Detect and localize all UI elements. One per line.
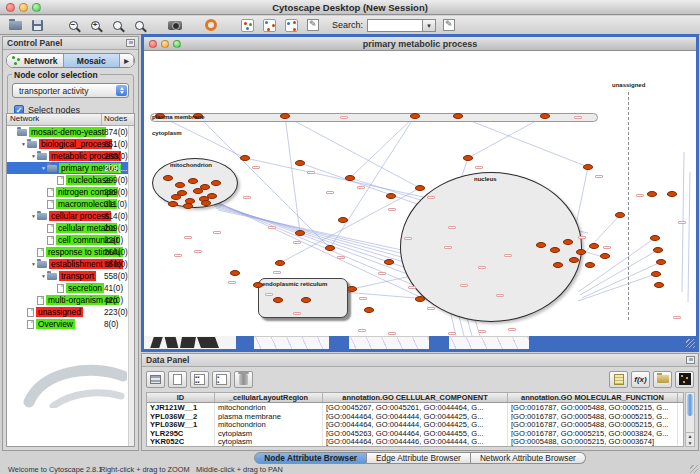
graph-node[interactable] xyxy=(563,239,573,245)
tree-scrollbar[interactable] xyxy=(128,126,134,446)
column-header[interactable]: annotation.GO MOLECULAR_FUNCTION xyxy=(508,393,678,402)
graph-node[interactable] xyxy=(193,188,203,194)
network-name[interactable]: secretion xyxy=(66,283,104,293)
tree-row[interactable]: mosaic-demo-yeast874(0) xyxy=(7,126,134,138)
tab-network[interactable]: Network xyxy=(7,54,64,67)
expander-icon[interactable]: ▼ xyxy=(30,213,37,219)
zoom-selected-button[interactable] xyxy=(130,17,148,33)
save-session-button[interactable] xyxy=(28,17,46,33)
search-options-button[interactable] xyxy=(440,17,458,33)
graph-node[interactable] xyxy=(650,235,660,241)
network-name[interactable]: transport xyxy=(59,271,96,281)
tree-row[interactable]: ▼cellular process614(0) xyxy=(7,210,134,222)
graph-node[interactable] xyxy=(240,155,250,161)
import-attributes-button[interactable] xyxy=(653,371,672,388)
graph-node[interactable] xyxy=(325,245,335,251)
snapshot-button[interactable] xyxy=(166,17,184,33)
network-name[interactable]: biological_process xyxy=(39,139,112,149)
graph-node[interactable] xyxy=(569,257,579,263)
tab-edge-attribute-browser[interactable]: Edge Attribute Browser xyxy=(367,452,471,464)
graph-node[interactable] xyxy=(553,262,563,268)
graph-node[interactable] xyxy=(188,178,198,184)
graph-node[interactable] xyxy=(415,185,425,191)
help-button[interactable] xyxy=(202,17,220,33)
expander-icon[interactable]: ▼ xyxy=(30,153,37,159)
network-name[interactable]: cellular process xyxy=(49,211,111,221)
graph-node[interactable] xyxy=(168,201,178,207)
graph-node[interactable] xyxy=(667,191,677,197)
layout-tool-a-button[interactable] xyxy=(260,17,278,33)
graph-node[interactable] xyxy=(211,180,221,186)
graph-node[interactable] xyxy=(410,113,420,119)
expander-icon[interactable]: ▼ xyxy=(20,141,27,147)
column-header[interactable]: annotation.GO CELLULAR_COMPONENT xyxy=(323,393,508,402)
graph-node[interactable] xyxy=(364,307,374,313)
graph-node[interactable] xyxy=(600,253,610,259)
tab-mosaic[interactable]: Mosaic xyxy=(64,54,121,67)
tree-header-nodes[interactable]: Nodes xyxy=(102,114,134,125)
graph-node[interactable] xyxy=(230,270,240,276)
table-row[interactable]: YJR121W__1mitochondrion[GO:0045267, GO:0… xyxy=(147,403,683,412)
function-builder-button[interactable]: f(x) xyxy=(631,371,650,388)
tree-row[interactable]: ▼metabolic process280(0) xyxy=(7,150,134,162)
tab-network-attribute-browser[interactable]: Network Attribute Browser xyxy=(471,452,586,464)
tree-row[interactable]: Overview8(0) xyxy=(7,318,134,330)
tree-row[interactable]: nucleobase-209(0) xyxy=(7,174,134,186)
tree-row[interactable]: unassigned223(0) xyxy=(7,306,134,318)
column-header[interactable]: ID xyxy=(147,393,215,402)
search-input[interactable] xyxy=(367,19,423,32)
expander-icon[interactable]: ▼ xyxy=(40,273,47,279)
float-panel-icon[interactable] xyxy=(686,356,695,364)
tree-row[interactable]: macromolecule311(0) xyxy=(7,198,134,210)
tab-node-attribute-browser[interactable]: Node Attribute Browser xyxy=(254,452,367,464)
graph-node[interactable] xyxy=(295,160,305,166)
graph-node[interactable] xyxy=(463,155,473,161)
matrix-view-button[interactable] xyxy=(675,371,694,388)
graph-node[interactable] xyxy=(386,193,396,199)
tree-row[interactable]: ▼primary metabo209(... xyxy=(7,162,134,174)
graph-node[interactable] xyxy=(345,175,355,181)
column-header[interactable]: _cellularLayoutRegion xyxy=(215,393,323,402)
zoom-fit-button[interactable] xyxy=(108,17,126,33)
table-row[interactable]: YDR039C__1mitochondrion[GO:0044464, GO:0… xyxy=(147,446,683,447)
tree-row[interactable]: response to stimulu264(0) xyxy=(7,246,134,258)
unselect-attributes-button[interactable]: ▪▪ xyxy=(212,371,231,388)
color-attribute-select[interactable]: transporter activity xyxy=(12,83,129,98)
attribute-table-button[interactable] xyxy=(146,371,165,388)
graph-node[interactable] xyxy=(275,260,285,266)
zoom-in-button[interactable]: + xyxy=(86,17,104,33)
tab-overflow-button[interactable]: ▶ xyxy=(120,54,134,67)
graph-node[interactable] xyxy=(651,271,661,277)
graph-node[interactable] xyxy=(384,259,394,265)
graph-node[interactable] xyxy=(585,262,595,268)
graph-node[interactable] xyxy=(175,182,185,188)
graph-node[interactable] xyxy=(183,203,193,209)
graph-node[interactable] xyxy=(589,243,599,249)
tree-row[interactable]: cellular metabo209(0) xyxy=(7,222,134,234)
vizmapper-button[interactable] xyxy=(238,17,256,33)
graph-node[interactable] xyxy=(540,113,550,119)
resize-grip-icon[interactable] xyxy=(686,339,695,348)
graph-node[interactable] xyxy=(347,286,357,292)
tree-header-network[interactable]: Network xyxy=(7,114,102,125)
table-row[interactable]: YKR052Ccytoplasm[GO:0044464, GO:0044446,… xyxy=(147,437,683,446)
graph-node[interactable] xyxy=(338,217,348,223)
graph-node[interactable] xyxy=(207,193,217,199)
tree-row[interactable]: cell communicat22(0) xyxy=(7,234,134,246)
graph-node[interactable] xyxy=(654,282,664,288)
graph-node[interactable] xyxy=(295,230,305,236)
scrollbar-thumb[interactable] xyxy=(687,394,693,416)
graph-node[interactable] xyxy=(301,297,311,303)
tree-row[interactable]: ▼establishment of lo558(0) xyxy=(7,258,134,270)
attribute-notes-button[interactable] xyxy=(609,371,628,388)
float-panel-icon[interactable] xyxy=(126,39,135,47)
graph-node[interactable] xyxy=(163,175,173,181)
network-canvas[interactable]: plasma membranecytoplasmmitochondrionnuc… xyxy=(144,52,696,336)
network-name[interactable]: mosaic-demo-yeast xyxy=(29,127,106,137)
search-dropdown-button[interactable]: ▼ xyxy=(423,19,436,32)
scrollbar-arrows[interactable]: ▲▼ xyxy=(686,432,694,446)
delete-attribute-button[interactable] xyxy=(234,371,253,388)
table-row[interactable]: YLR295Ccytoplasm[GO:0045263, GO:0044464,… xyxy=(147,429,683,438)
graph-node[interactable] xyxy=(653,247,663,253)
tree-row[interactable]: multi-organism pro42(0) xyxy=(7,294,134,306)
